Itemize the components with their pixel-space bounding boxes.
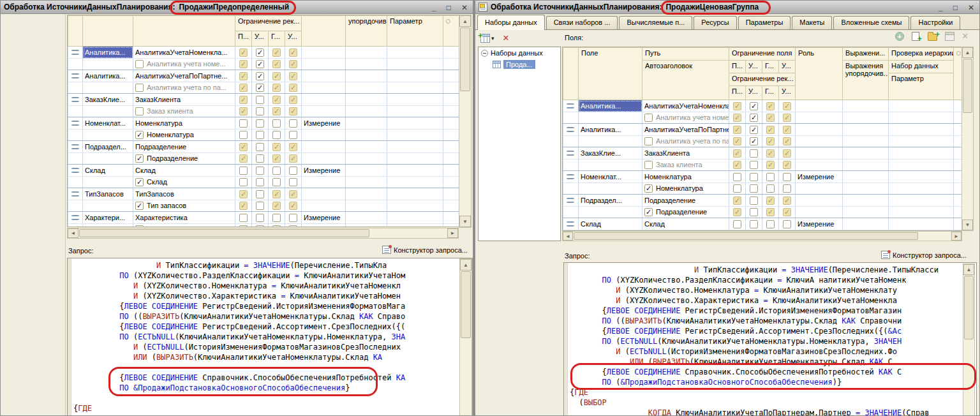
restriction-checkbox[interactable] [783,173,791,181]
restriction-checkbox[interactable] [239,72,248,80]
restriction-checkbox[interactable] [272,214,281,222]
restriction-checkbox[interactable] [766,149,775,158]
field-name-cell[interactable]: Склад [83,165,133,177]
field-row[interactable]: ЗаказКлие...ЗаказКлиента [563,147,963,160]
field-subrow[interactable]: Аналитика учета номе... [563,112,963,124]
field-subrow[interactable]: Номенклатура [563,183,963,195]
autotitle-checkbox[interactable] [135,202,144,210]
restriction-checkbox[interactable] [733,184,741,193]
restriction-checkbox[interactable] [289,214,297,222]
scroll-thumb[interactable] [79,229,369,237]
field-role-cell[interactable]: Измерение [796,218,843,230]
field-subrow[interactable]: Подразделение [68,153,460,165]
restriction-checkbox[interactable] [256,72,264,80]
left-titlebar[interactable]: Обработка ИсточникиДанныхПланирования:Пр… [1,1,473,14]
autotitle-cell[interactable]: Номенклатура [133,130,235,141]
scroll-thumb[interactable] [574,232,918,240]
minimize-icon[interactable]: _ [432,4,436,11]
field-subrow[interactable]: Аналитика учета номе... [68,59,460,70]
field-role-cell[interactable] [796,147,843,160]
field-row[interactable]: Аналитика...АналитикаУчетаПоПартне... [68,70,460,82]
field-row[interactable]: Аналитика...АналитикаУчетаПоПартне... [563,124,963,136]
restriction-checkbox[interactable] [750,208,758,216]
field-subrow[interactable]: Аналитика учета по па... [68,82,460,94]
row-handle-icon[interactable] [567,151,574,156]
row-handle-icon[interactable] [71,191,79,197]
field-role-cell[interactable] [302,47,346,59]
restriction-checkbox[interactable] [239,119,248,128]
row-handle-icon[interactable] [567,174,574,179]
parameter-cell[interactable] [889,100,954,112]
autotitle-cell[interactable]: Аналитика учета номе... [133,59,235,70]
restriction-checkbox[interactable] [256,202,264,210]
delete-dataset-icon[interactable]: ✕ [503,33,510,43]
parameter-cell[interactable] [387,94,443,106]
autotitle-cell[interactable]: Характеристика [133,224,235,228]
row-handle-icon[interactable] [71,144,79,149]
restriction-checkbox[interactable] [750,220,758,228]
restriction-checkbox[interactable] [766,208,775,216]
field-path-cell[interactable]: ТипЗапасов [133,188,235,200]
ordering-cell[interactable] [346,47,387,59]
autotitle-cell[interactable]: Заказ клиента [133,106,235,117]
restriction-checkbox[interactable] [766,137,775,145]
restriction-checkbox[interactable] [256,107,264,115]
ordering-cell[interactable] [346,94,387,106]
add-field-icon[interactable]: + [895,32,904,41]
restriction-checkbox[interactable] [239,202,248,210]
restriction-checkbox[interactable] [289,84,297,92]
field-name-cell[interactable]: Аналитика... [83,70,133,82]
minimize-icon[interactable]: _ [939,4,943,11]
restriction-checkbox[interactable] [783,220,791,228]
scroll-up-icon[interactable]: ▲ [963,264,974,275]
restriction-checkbox[interactable] [239,143,248,151]
restriction-checkbox[interactable] [750,161,758,169]
field-path-cell[interactable]: АналитикаУчетаПоПартне... [133,70,235,82]
row-handle-icon[interactable] [71,215,79,220]
field-name-cell[interactable]: Номенклат... [579,171,642,183]
tab-7[interactable]: Вложенные схемы [833,16,909,29]
field-name-cell[interactable]: Аналитика... [83,47,133,59]
autotitle-cell[interactable]: Аналитика учета по па... [133,82,235,94]
field-subrow[interactable]: Подразделение [563,207,963,218]
close-icon[interactable]: ✕ [461,4,468,11]
field-role-cell[interactable]: Измерение [302,117,346,130]
scroll-right-icon[interactable]: ► [951,232,961,241]
column-settings-icon[interactable] [446,19,450,24]
field-subrow[interactable]: Тип запасов [68,200,460,212]
field-role-cell[interactable] [302,141,346,153]
field-path-cell[interactable]: АналитикаУчетаНоменкла... [642,100,729,112]
field-row[interactable]: Подраздел...Подразделение [68,141,460,153]
scroll-thumb[interactable] [460,27,470,91]
restriction-checkbox[interactable] [272,84,281,92]
field-name-cell[interactable]: Склад [579,218,642,230]
dropdown-icon[interactable]: ▾ [491,35,494,41]
field-name-cell[interactable]: Аналитика... [579,100,642,112]
restriction-checkbox[interactable] [256,214,264,222]
restriction-checkbox[interactable] [733,102,741,110]
tab-8[interactable]: Настройки [910,16,960,29]
scroll-thumb[interactable] [461,271,471,338]
restriction-checkbox[interactable] [256,190,264,198]
restriction-checkbox[interactable] [272,60,281,68]
query-text-left[interactable]: И ТипКлассификации = ЗНАЧЕНИЕ(Перечислен… [73,260,472,413]
restriction-checkbox[interactable] [750,197,758,205]
restriction-checkbox[interactable] [766,161,775,169]
restriction-checkbox[interactable] [766,126,775,134]
field-role-cell[interactable] [302,94,346,106]
field-name-cell[interactable]: Аналитика... [579,124,642,136]
query-editor-right[interactable]: И ТипКлассификации = ЗНАЧЕНИЕ(Перечислен… [563,262,977,416]
restriction-checkbox[interactable] [289,131,297,139]
field-path-cell[interactable]: Склад [642,218,729,230]
restriction-checkbox[interactable] [733,149,741,158]
scroll-up-icon[interactable]: ▲ [459,15,471,27]
row-handle-icon[interactable] [71,73,79,78]
tree-root-datasets[interactable]: Наборы данных [479,47,560,59]
restriction-checkbox[interactable] [733,208,741,216]
scroll-left-icon[interactable]: ◄ [563,232,573,241]
fields-vscrollbar[interactable]: ▲ ▼ [961,47,974,231]
row-handle-icon[interactable] [567,221,574,227]
ordering-cell[interactable] [346,212,387,224]
field-path-cell[interactable]: ЗаказКлиента [133,94,235,106]
autotitle-checkbox[interactable] [644,208,653,216]
